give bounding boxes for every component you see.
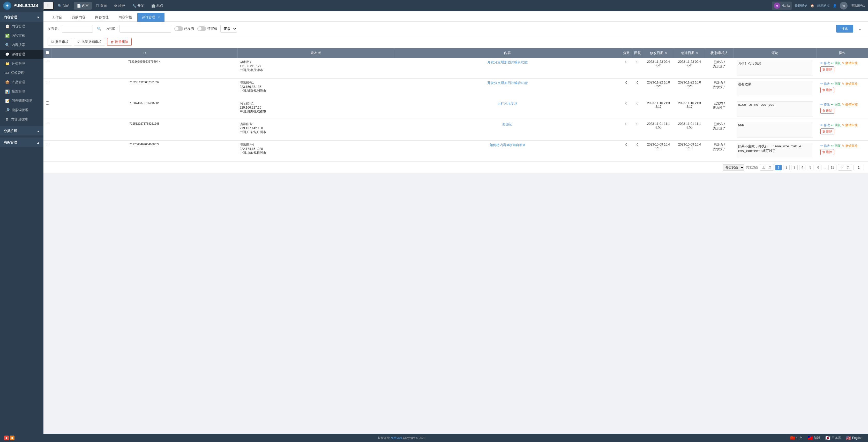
lang-ja[interactable]: 🇯🇵 日本語 bbox=[824, 435, 842, 441]
pending-toggle[interactable] bbox=[197, 26, 206, 31]
minimize-icon[interactable]: ■ bbox=[10, 436, 14, 440]
stop-icon[interactable]: ■ bbox=[4, 436, 9, 440]
sidebar-item-keyword-mgmt[interactable]: 🔎 搜索词管理 bbox=[0, 105, 43, 115]
copyright-link[interactable]: 免费体验 bbox=[391, 436, 402, 439]
sidebar-business-header[interactable]: 商务管理 ▲ bbox=[0, 137, 43, 147]
expand-filter-btn[interactable]: ⌄ bbox=[856, 25, 864, 32]
menu-toggle[interactable]: ☰ bbox=[43, 2, 54, 10]
sidebar-item-recycle[interactable]: 🗑 内容回收站 bbox=[0, 115, 43, 124]
tab-close-icon[interactable]: ✕ bbox=[158, 16, 160, 19]
batch-review-btn[interactable]: ☑ 批量审核 bbox=[48, 38, 72, 46]
comment-textarea[interactable]: 没有效果 bbox=[737, 81, 813, 96]
tab-my-content[interactable]: 我的内容 bbox=[67, 13, 90, 22]
sort-icon-create[interactable]: ⇅ bbox=[696, 52, 698, 55]
revoke-btn[interactable]: ✎ 撤销审核 bbox=[842, 82, 858, 86]
delete-btn[interactable]: 🗑 删除 bbox=[820, 66, 834, 72]
quick-maintain-link[interactable]: 快捷维护 bbox=[795, 4, 807, 8]
page-btn-2[interactable]: 2 bbox=[783, 165, 789, 170]
lang-en[interactable]: 🇺🇸 English bbox=[844, 435, 864, 441]
lang-zh[interactable]: 🇨🇳 中文 bbox=[788, 435, 804, 441]
content-id-input[interactable] bbox=[120, 25, 171, 33]
edit-btn[interactable]: ✏ 修改 bbox=[820, 123, 830, 128]
content-link[interactable]: 西游记 bbox=[502, 122, 513, 126]
row-checkbox[interactable] bbox=[46, 122, 49, 125]
sidebar-item-content-mgmt[interactable]: 📋 内容管理 bbox=[0, 22, 43, 31]
row-checkbox[interactable] bbox=[46, 81, 49, 84]
username[interactable]: 演示账号1 bbox=[851, 4, 865, 8]
page-btn-4[interactable]: 4 bbox=[799, 165, 806, 170]
revoke-btn[interactable]: ✎ 撤销审核 bbox=[842, 123, 858, 128]
per-page-select[interactable]: 每页10条 每页20条 每页30条 每页50条 bbox=[723, 164, 744, 171]
sidebar-item-content-search[interactable]: 🔍 内容搜索 bbox=[0, 40, 43, 49]
sidebar-category-header[interactable]: 分类扩展 ▲ bbox=[0, 126, 43, 135]
tab-content-review[interactable]: 内容审核 bbox=[114, 13, 136, 22]
content-link[interactable]: 如何将内容id改为自增id bbox=[490, 143, 525, 147]
edit-btn[interactable]: ✏ 修改 bbox=[820, 102, 830, 107]
batch-revoke-btn[interactable]: ☑ 批量撤销审核 bbox=[74, 38, 105, 46]
edit-btn[interactable]: ✏ 修改 bbox=[820, 82, 830, 86]
lang-tw[interactable]: 🇹🇼 繁體 bbox=[806, 435, 822, 441]
en-flag-icon: 🇺🇸 bbox=[846, 436, 851, 440]
sidebar-item-tag-mgmt[interactable]: 🏷 标签管理 bbox=[0, 68, 43, 77]
reply-btn[interactable]: ↩ 回复 bbox=[831, 144, 841, 148]
sidebar-item-comment-mgmt[interactable]: 💬 评论管理 bbox=[0, 49, 43, 59]
sidebar-item-content-review[interactable]: ✅ 内容审核 bbox=[0, 31, 43, 40]
user-avatar[interactable]: 演 bbox=[840, 2, 847, 9]
reply-btn[interactable]: ↩ 回复 bbox=[831, 82, 841, 86]
sort-icon-modify[interactable]: ⇅ bbox=[665, 52, 667, 55]
page-btn-3[interactable]: 3 bbox=[791, 165, 798, 170]
nav-content[interactable]: 📄 内容 bbox=[74, 2, 92, 9]
published-label: 已发布 bbox=[184, 26, 194, 31]
batch-delete-btn[interactable]: 🗑 批量删除 bbox=[107, 38, 132, 46]
nav-site[interactable]: 🏢 站点 bbox=[148, 2, 166, 9]
revoke-btn[interactable]: ✎ 撤销审核 bbox=[842, 61, 858, 65]
delete-btn[interactable]: 🗑 删除 bbox=[820, 108, 834, 114]
nav-page[interactable]: ☐ 页面 bbox=[93, 2, 110, 9]
comment-textarea[interactable]: 666 bbox=[737, 122, 813, 137]
nav-develop[interactable]: 🔧 开发 bbox=[129, 2, 147, 9]
page-btn-5[interactable]: 5 bbox=[807, 165, 813, 170]
content-link[interactable]: 开发分支增加图片编辑功能 bbox=[487, 60, 528, 64]
content-link[interactable]: 运行环境要求 bbox=[497, 102, 518, 105]
page-btn-11[interactable]: 11 bbox=[829, 165, 836, 170]
sidebar-item-product-mgmt[interactable]: 📦 产品管理 bbox=[0, 77, 43, 87]
tab-content-manage[interactable]: 内容管理 bbox=[91, 13, 113, 22]
row-checkbox[interactable] bbox=[46, 60, 49, 63]
comment-textarea[interactable]: 如果不生效，再执行一下Analyze table cms_content;就可以… bbox=[737, 143, 813, 158]
sidebar-item-vote-mgmt[interactable]: 📊 投票管理 bbox=[0, 87, 43, 96]
sidebar-item-survey-mgmt[interactable]: 📝 问卷调查管理 bbox=[0, 96, 43, 105]
comment-textarea[interactable]: 具体什么没效果 bbox=[737, 60, 813, 75]
nav-my[interactable]: 🔍 我的 bbox=[55, 2, 73, 9]
revoke-btn[interactable]: ✎ 撤销审核 bbox=[842, 144, 858, 148]
delete-btn[interactable]: 🗑 删除 bbox=[820, 87, 834, 93]
nav-maintain[interactable]: ⚙ 维护 bbox=[111, 2, 128, 9]
static-site-link[interactable]: 静态站点 bbox=[817, 4, 830, 8]
page-btn-1[interactable]: 1 bbox=[775, 165, 782, 170]
publisher-input[interactable] bbox=[62, 25, 93, 33]
edit-btn[interactable]: ✏ 修改 bbox=[820, 61, 830, 65]
delete-btn[interactable]: 🗑 删除 bbox=[820, 129, 834, 134]
delete-btn[interactable]: 🗑 删除 bbox=[820, 149, 834, 155]
edit-btn[interactable]: ✏ 修改 bbox=[820, 144, 830, 148]
tab-workbench[interactable]: 工作台 bbox=[48, 13, 66, 22]
page-btn-6[interactable]: 6 bbox=[815, 165, 822, 170]
reply-btn[interactable]: ↩ 回复 bbox=[831, 61, 841, 65]
published-toggle[interactable] bbox=[174, 26, 183, 31]
revoke-btn[interactable]: ✎ 撤销审核 bbox=[842, 102, 858, 107]
prev-page-btn[interactable]: 上一页 bbox=[760, 164, 774, 171]
page-jump-input[interactable] bbox=[854, 165, 864, 170]
row-checkbox[interactable] bbox=[46, 101, 49, 105]
select-all-checkbox[interactable] bbox=[45, 51, 49, 54]
tab-comment-manage[interactable]: 评论管理 ✕ bbox=[137, 13, 164, 22]
next-page-btn[interactable]: 下一页 bbox=[838, 164, 852, 171]
sidebar-section-header[interactable]: 内容管理 ▼ bbox=[0, 12, 43, 22]
content-link[interactable]: 开发分支增加图片编辑功能 bbox=[487, 81, 528, 85]
reply-btn[interactable]: ↩ 回复 bbox=[831, 123, 841, 128]
publisher-search-btn[interactable]: 🔍 bbox=[96, 26, 102, 32]
sidebar-item-category-mgmt[interactable]: 📁 分类管理 bbox=[0, 59, 43, 68]
row-checkbox[interactable] bbox=[46, 143, 49, 146]
status-select[interactable]: 正常 禁用 全部 bbox=[220, 25, 237, 33]
search-button[interactable]: 搜索 bbox=[836, 25, 853, 33]
comment-textarea[interactable]: nice to me tee you bbox=[737, 101, 813, 117]
reply-btn[interactable]: ↩ 回复 bbox=[831, 102, 841, 107]
